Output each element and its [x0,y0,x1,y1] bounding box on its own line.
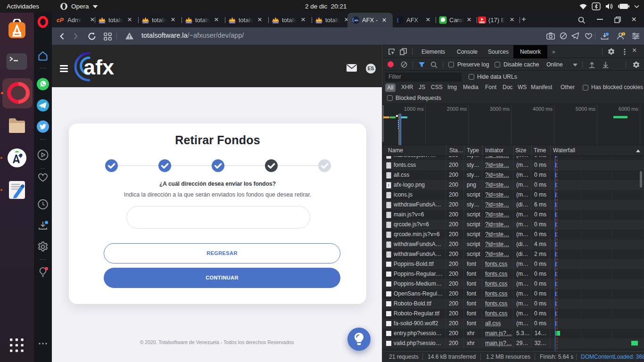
svg-text:afx: afx [355,19,359,22]
svg-text:cP: cP [57,17,64,23]
svg-text:afx: afx [83,55,114,79]
